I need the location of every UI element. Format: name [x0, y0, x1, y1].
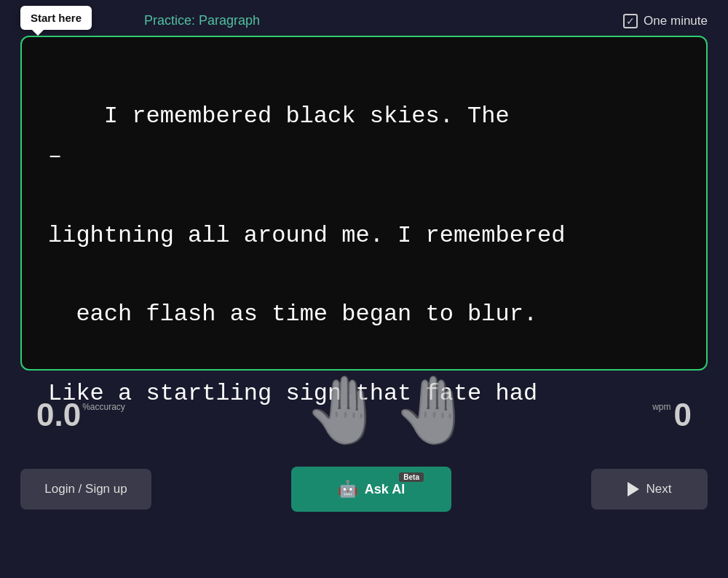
accuracy-unit: %accuracy — [82, 402, 125, 412]
cursor-char: – — [48, 143, 62, 170]
practice-label: Practice: Paragraph — [144, 13, 260, 28]
next-button[interactable]: Next — [591, 469, 708, 510]
one-minute-area[interactable]: ✓ One minute — [623, 14, 708, 28]
ask-ai-label: Ask AI — [365, 482, 405, 497]
ask-ai-button[interactable]: Beta 🤖 Ask AI — [291, 467, 451, 512]
header: Start here Practice: Paragraph ✓ One min… — [0, 0, 728, 36]
line3: each flash as time began to blur. — [48, 301, 537, 328]
bottom-bar: Login / Sign up Beta 🤖 Ask AI Next — [0, 456, 728, 526]
left-hand-icon: 🤚 — [304, 382, 385, 448]
practice-type: Paragraph — [199, 13, 260, 28]
accuracy-display: 0.0%accuracy — [36, 399, 125, 431]
start-here-tooltip: Start here — [20, 6, 92, 30]
stats-row: 0.0%accuracy 🤚 🤚 wpm 0 — [0, 373, 728, 456]
right-hand-icon: 🤚 — [392, 382, 474, 448]
line2: lightning all around me. I remembered — [48, 222, 566, 249]
wpm-display: wpm 0 — [652, 399, 692, 431]
login-button[interactable]: Login / Sign up — [20, 469, 151, 510]
next-label: Next — [646, 482, 672, 496]
beta-badge: Beta — [399, 472, 424, 482]
wpm-value: 0 — [674, 399, 692, 431]
accuracy-value: 0.0 — [36, 399, 81, 431]
one-minute-checkbox[interactable]: ✓ — [623, 14, 638, 28]
wpm-unit: wpm — [652, 402, 670, 412]
typing-area[interactable]: I remembered black skies. The – lightnin… — [20, 36, 708, 371]
play-icon — [628, 482, 639, 496]
robot-icon: 🤖 — [338, 480, 357, 499]
line1: I remembered black skies. The — [104, 103, 510, 130]
hands-container: 🤚 🤚 — [304, 382, 474, 448]
one-minute-label: One minute — [644, 14, 708, 28]
practice-prefix: Practice: — [144, 13, 199, 28]
